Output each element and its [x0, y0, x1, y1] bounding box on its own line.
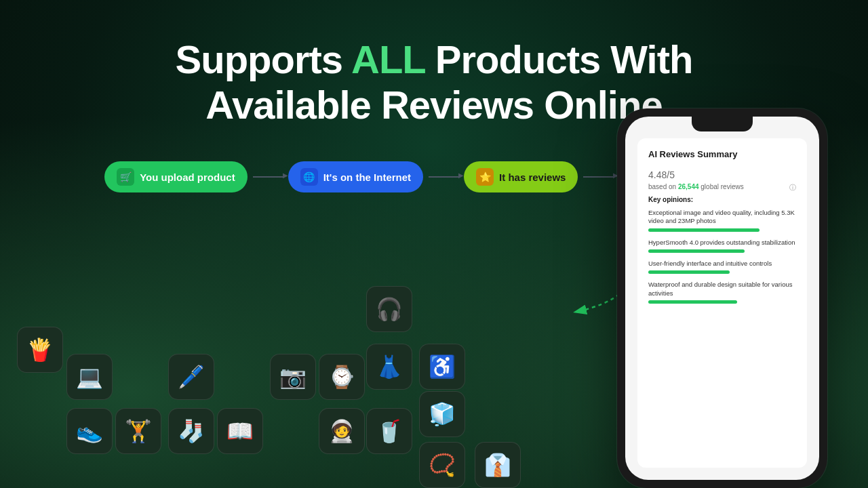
phone-mockup: AI Reviews Summary 4.48/5 based on 26,54…	[617, 108, 827, 488]
rating-value: 4.48/5	[648, 162, 796, 183]
product-icon: 🖊️	[168, 354, 214, 400]
opinion-bar	[648, 270, 730, 274]
based-on-text: based on 26,544 global reviews ⓘ	[648, 183, 796, 190]
opinion-bar	[648, 300, 737, 304]
reviews-icon: ⭐	[476, 168, 494, 186]
rating-max: /5	[667, 169, 675, 180]
product-icons-area: 🎧👗♿💻🖊️📷⌚🧊👟🏋️🧦📖🧑‍🚀🥤📿👔🍟	[0, 258, 509, 488]
title-line1-end: Products With	[425, 37, 693, 81]
opinion-item: User-friendly interface and intuitive co…	[648, 260, 796, 274]
opinion-bar	[648, 249, 745, 253]
product-icon: 🍟	[17, 327, 63, 373]
step-internet-button[interactable]: 🌐 It's on the Internet	[288, 161, 423, 192]
product-icon: ⌚	[319, 354, 365, 400]
opinion-text: Exceptional image and video quality, inc…	[648, 209, 796, 226]
product-icon: 🥤	[366, 408, 412, 454]
step-upload-label: You upload product	[140, 171, 235, 183]
opinion-bar	[648, 228, 760, 232]
title-line1: Supports	[176, 37, 352, 81]
product-icon: 👟	[66, 408, 113, 454]
product-icon: 🧑‍🚀	[319, 408, 365, 454]
product-icon: ♿	[419, 344, 465, 390]
product-icon: 👔	[475, 442, 521, 488]
phone-content: AI Reviews Summary 4.48/5 based on 26,54…	[637, 138, 807, 468]
arrow-2	[429, 176, 458, 178]
opinion-item: Exceptional image and video quality, inc…	[648, 209, 796, 232]
phone-notch	[692, 117, 753, 131]
opinion-text: User-friendly interface and intuitive co…	[648, 260, 796, 268]
phone-screen: AI Reviews Summary 4.48/5 based on 26,54…	[625, 117, 819, 480]
upload-icon: 🛒	[117, 168, 134, 186]
title-line2: Available Reviews Online	[205, 83, 662, 127]
step-upload-button[interactable]: 🛒 You upload product	[104, 161, 248, 192]
product-icon: 👗	[366, 344, 412, 390]
opinion-item: Waterproof and durable design suitable f…	[648, 281, 796, 304]
internet-icon: 🌐	[300, 168, 318, 186]
opinions-list: Exceptional image and video quality, inc…	[648, 209, 796, 304]
product-icon: 💻	[66, 354, 113, 400]
product-icon: 📖	[217, 408, 263, 454]
title-highlight: ALL	[351, 37, 425, 81]
opinion-item: HyperSmooth 4.0 provides outstanding sta…	[648, 239, 796, 253]
opinion-text: HyperSmooth 4.0 provides outstanding sta…	[648, 239, 796, 247]
arrow-3	[583, 176, 613, 178]
arrow-1	[253, 176, 283, 178]
product-icon: 🎧	[366, 286, 412, 332]
step-internet-label: It's on the Internet	[323, 171, 411, 183]
phone-outer: AI Reviews Summary 4.48/5 based on 26,54…	[617, 108, 827, 488]
key-opinions-label: Key opinions:	[648, 196, 796, 203]
opinion-text: Waterproof and durable design suitable f…	[648, 281, 796, 298]
product-icon: 🧊	[419, 391, 465, 437]
product-icon: 🏋️	[115, 408, 161, 454]
product-icon: 🧦	[168, 408, 214, 454]
step-reviews-label: It has reviews	[499, 171, 566, 183]
product-icon: 📷	[270, 354, 316, 400]
step-reviews-button[interactable]: ⭐ It has reviews	[464, 161, 578, 192]
review-summary-title: AI Reviews Summary	[648, 149, 796, 159]
product-icon: 📿	[419, 442, 465, 488]
